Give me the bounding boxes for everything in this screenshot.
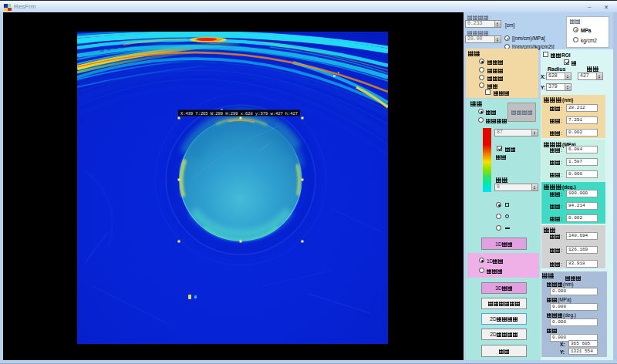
svg-text:X:439 Y:265 W:299 H:299 x:628: X:439 Y:265 W:299 H:299 x:628 y:379 w:42…: [180, 112, 298, 116]
